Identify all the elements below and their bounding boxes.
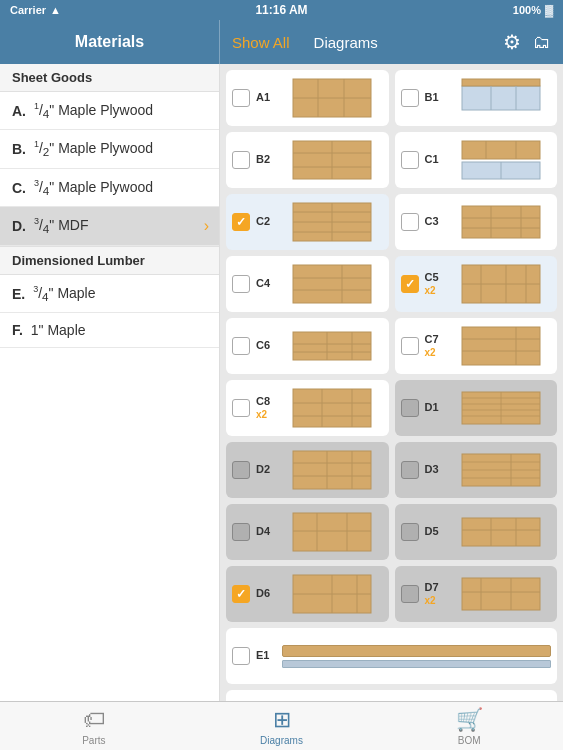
diagrams-grid: A1 B1	[226, 70, 557, 701]
diagram-cell-C6[interactable]: C6	[226, 318, 389, 374]
svg-rect-27	[293, 265, 371, 303]
sidebar-item-E[interactable]: E. 3/4" Maple	[0, 275, 219, 313]
battery-label: 100%	[513, 4, 541, 16]
checkbox-C1[interactable]	[401, 151, 419, 169]
sidebar-item-C[interactable]: C. 3/4" Maple Plywood	[0, 169, 219, 207]
tab-diagrams[interactable]: ⊞ Diagrams	[188, 702, 376, 750]
diagram-cell-E1[interactable]: E1	[226, 628, 557, 684]
tab-bom[interactable]: 🛒 BOM	[375, 702, 563, 750]
checkbox-A1[interactable]	[232, 89, 250, 107]
diagrams-label: Diagrams	[260, 735, 303, 746]
checkbox-C6[interactable]	[232, 337, 250, 355]
label-C3: C3	[425, 215, 445, 228]
checkbox-D5[interactable]	[401, 523, 419, 541]
image-C4	[282, 262, 383, 306]
checkbox-E1[interactable]	[232, 647, 250, 665]
image-C1	[451, 138, 552, 182]
status-right: 100% ▓	[513, 4, 553, 16]
diagram-cell-C5[interactable]: C5x2	[395, 256, 558, 312]
battery-icon: ▓	[545, 4, 553, 16]
checkbox-D2[interactable]	[232, 461, 250, 479]
folder-icon[interactable]: 🗂	[533, 32, 551, 53]
checkbox-C3[interactable]	[401, 213, 419, 231]
svg-rect-56	[293, 451, 371, 489]
tab-diagrams[interactable]: Diagrams	[314, 34, 378, 51]
diagram-cell-D4[interactable]: D4	[226, 504, 389, 560]
label-B2: B2	[256, 153, 276, 166]
time-label: 11:16 AM	[255, 3, 307, 17]
checkbox-D4[interactable]	[232, 523, 250, 541]
svg-rect-12	[462, 141, 540, 159]
diagram-cell-C1[interactable]: C1	[395, 132, 558, 188]
checkbox-D1[interactable]	[401, 399, 419, 417]
image-C3	[451, 200, 552, 244]
checkbox-B2[interactable]	[232, 151, 250, 169]
diagram-cell-D6[interactable]: D6	[226, 566, 389, 622]
label-E1: E1	[256, 649, 276, 662]
svg-rect-41	[462, 327, 540, 365]
checkbox-D6[interactable]	[232, 585, 250, 603]
tab-bar: 🏷 Parts ⊞ Diagrams 🛒 BOM	[0, 701, 563, 750]
status-left: Carrier ▲	[10, 4, 61, 16]
checkbox-C2[interactable]	[232, 213, 250, 231]
svg-rect-22	[462, 206, 540, 238]
svg-rect-4	[462, 86, 540, 110]
svg-rect-66	[293, 513, 371, 551]
image-A1	[282, 76, 383, 120]
label-D5: D5	[425, 525, 445, 538]
tab-parts[interactable]: 🏷 Parts	[0, 702, 188, 750]
checkbox-B1[interactable]	[401, 89, 419, 107]
checkbox-C4[interactable]	[232, 275, 250, 293]
diagram-cell-B1[interactable]: B1	[395, 70, 558, 126]
diagram-cell-C3[interactable]: C3	[395, 194, 558, 250]
sidebar-item-F[interactable]: F. 1" Maple	[0, 313, 219, 348]
image-D4	[282, 510, 383, 554]
diagram-cell-E2[interactable]: E2	[226, 690, 557, 701]
checkbox-C8[interactable]	[232, 399, 250, 417]
section-header-lumber: Dimensioned Lumber	[0, 246, 219, 275]
diagram-cell-C4[interactable]: C4	[226, 256, 389, 312]
checkbox-D3[interactable]	[401, 461, 419, 479]
image-C7	[451, 324, 552, 368]
diagram-cell-C8[interactable]: C8x2	[226, 380, 389, 436]
image-D2	[282, 448, 383, 492]
diagram-cell-D3[interactable]: D3	[395, 442, 558, 498]
label-C7: C7x2	[425, 333, 445, 358]
diagram-cell-C2[interactable]: C2	[226, 194, 389, 250]
tab-show-all[interactable]: Show All	[232, 34, 290, 51]
image-D7	[451, 572, 552, 616]
section-header-sheet-goods: Sheet Goods	[0, 64, 219, 92]
label-C6: C6	[256, 339, 276, 352]
settings-icon[interactable]: ⚙	[503, 30, 521, 54]
header-tabs: Show All Diagrams	[232, 34, 378, 51]
header: Materials Show All Diagrams ⚙ 🗂	[0, 20, 563, 64]
image-D6	[282, 572, 383, 616]
svg-rect-70	[462, 518, 540, 546]
label-D7: D7x2	[425, 581, 445, 606]
diagram-cell-A1[interactable]: A1	[226, 70, 389, 126]
wifi-icon: ▲	[50, 4, 61, 16]
image-C8	[282, 386, 383, 430]
checkbox-C5[interactable]	[401, 275, 419, 293]
sidebar-item-A[interactable]: A. 1/4" Maple Plywood	[0, 92, 219, 130]
header-icons: ⚙ 🗂	[503, 30, 551, 54]
diagram-cell-D7[interactable]: D7x2	[395, 566, 558, 622]
sidebar-item-D[interactable]: D. 3/4" MDF ›	[0, 207, 219, 245]
checkbox-C7[interactable]	[401, 337, 419, 355]
image-B2	[282, 138, 383, 182]
sidebar: Sheet Goods A. 1/4" Maple Plywood B. 1/2…	[0, 64, 220, 701]
bom-label: BOM	[458, 735, 481, 746]
diagram-cell-D1[interactable]: D1	[395, 380, 558, 436]
diagram-cell-D5[interactable]: D5	[395, 504, 558, 560]
diagram-cell-D2[interactable]: D2	[226, 442, 389, 498]
diagram-cell-B2[interactable]: B2	[226, 132, 389, 188]
sidebar-item-B[interactable]: B. 1/2" Maple Plywood	[0, 130, 219, 168]
header-right: Show All Diagrams ⚙ 🗂	[220, 30, 563, 54]
svg-rect-5	[462, 79, 540, 86]
checkbox-D7[interactable]	[401, 585, 419, 603]
label-D1: D1	[425, 401, 445, 414]
label-D4: D4	[256, 525, 276, 538]
diagram-cell-C7[interactable]: C7x2	[395, 318, 558, 374]
image-D3	[451, 448, 552, 492]
diagrams-panel: A1 B1	[220, 64, 563, 701]
